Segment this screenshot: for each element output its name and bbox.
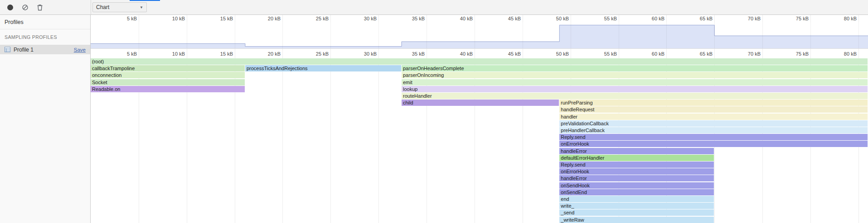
- save-profile-link[interactable]: Save: [74, 47, 86, 52]
- profile-item[interactable]: Profile 1 Save: [0, 45, 90, 54]
- panel-body: Profiles SAMPLING PROFILES Profile 1 Sav…: [0, 15, 868, 223]
- flame-bar-onerrorhook[interactable]: onErrorHook: [559, 141, 868, 147]
- flame-bar-prehandlercallback[interactable]: preHandlerCallback: [559, 127, 868, 133]
- flame-bar-runpreparsing[interactable]: runPreParsing: [559, 100, 868, 106]
- flame-chart-pane: 5 kB10 kB15 kB20 kB25 kB30 kB35 kB40 kB4…: [91, 15, 868, 223]
- gridline: [330, 22, 331, 48]
- gridline: [666, 49, 667, 58]
- gridline: [619, 22, 619, 48]
- flame-bar-onerrorhook[interactable]: onErrorHook: [559, 168, 714, 175]
- ruler-label: 70 kB: [733, 15, 761, 22]
- ruler-label: 20 kB: [253, 49, 281, 58]
- ruler-label: 15 kB: [206, 49, 233, 58]
- flame-bar-onsendend[interactable]: onSendEnd: [559, 189, 714, 195]
- flame-bar-root[interactable]: (root): [91, 58, 868, 65]
- flame-bar-parseronheaderscomplete[interactable]: parserOnHeadersComplete: [402, 65, 868, 71]
- profile-icon: [4, 46, 11, 53]
- ruler-label: 35 kB: [398, 49, 425, 58]
- flame-bar-readable-on[interactable]: Readable.on: [91, 86, 245, 92]
- ruler-label: 50 kB: [542, 49, 569, 58]
- flame-bar-handleerror[interactable]: handleError: [559, 175, 714, 181]
- gridline: [139, 22, 139, 48]
- ruler-label: 25 kB: [301, 49, 329, 58]
- trash-icon: [37, 4, 43, 11]
- gridline: [475, 22, 475, 48]
- ruler-label: 75 kB: [781, 15, 809, 22]
- block-icon: [22, 4, 29, 11]
- gridline: [523, 49, 523, 58]
- gridline: [762, 22, 763, 48]
- gridline: [282, 58, 283, 223]
- record-profile-button[interactable]: [4, 1, 16, 13]
- gridline: [571, 15, 571, 22]
- gridline: [810, 22, 811, 48]
- ruler-label: 25 kB: [301, 15, 329, 22]
- gridline: [858, 49, 859, 58]
- flame-bar-send[interactable]: _send: [559, 209, 714, 216]
- ruler-label: 80 kB: [829, 49, 857, 58]
- gridline: [762, 15, 763, 22]
- flame-bar-write[interactable]: write_: [559, 203, 714, 209]
- ruler-label: 30 kB: [349, 49, 377, 58]
- ruler-label: 60 kB: [637, 15, 664, 22]
- ruler-label: 80 kB: [829, 15, 857, 22]
- ruler-label: 65 kB: [685, 49, 713, 58]
- flame-bar-lookup[interactable]: lookup: [402, 86, 868, 92]
- gridline: [666, 15, 667, 22]
- profiles-sidebar: Profiles SAMPLING PROFILES Profile 1 Sav…: [0, 15, 91, 223]
- gridline: [523, 22, 523, 48]
- ruler-label: 70 kB: [733, 49, 761, 58]
- overview-chart[interactable]: [91, 22, 868, 49]
- flame-bar-socket[interactable]: Socket: [91, 79, 245, 85]
- gridline: [235, 22, 235, 48]
- gridline: [762, 49, 763, 58]
- flame-bar-processticksandrejections[interactable]: processTicksAndRejections: [245, 65, 401, 71]
- flame-bar-prevalidationcallback[interactable]: preValidationCallback: [559, 120, 868, 127]
- record-icon: [7, 5, 13, 10]
- ruler-label: 10 kB: [158, 49, 185, 58]
- ruler-label: 30 kB: [349, 15, 377, 22]
- sampling-profiles-heading: SAMPLING PROFILES: [0, 29, 90, 42]
- gridline: [810, 49, 811, 58]
- view-mode-select[interactable]: Chart ▼: [92, 2, 147, 12]
- gridline: [714, 22, 715, 48]
- flame-bar-handler[interactable]: handler: [559, 114, 868, 120]
- gridline: [571, 49, 571, 58]
- gridline: [330, 15, 331, 22]
- flame-bar-child[interactable]: child: [402, 100, 559, 106]
- flame-bar-callbacktrampoline[interactable]: callbackTrampoline: [91, 65, 245, 71]
- profile-name: Profile 1: [14, 47, 34, 53]
- flame-bar-reply-send[interactable]: Reply.send: [559, 161, 714, 168]
- flame-bar-parseronincoming[interactable]: parserOnIncoming: [402, 72, 868, 78]
- flame-bar-handleerror[interactable]: handleError: [559, 148, 714, 154]
- flame-bar-writeraw[interactable]: _writeRaw: [559, 217, 714, 223]
- gridline: [619, 15, 619, 22]
- flame-bar-end[interactable]: end: [559, 196, 714, 202]
- flame-bar-defaulterrorhandler[interactable]: defaultErrorHandler: [559, 155, 714, 161]
- gridline: [378, 22, 379, 48]
- profiles-toolbar: [0, 0, 91, 14]
- clear-profiles-button[interactable]: [19, 1, 31, 13]
- flame-ruler: 5 kB10 kB15 kB20 kB25 kB30 kB35 kB40 kB4…: [91, 49, 868, 58]
- gridline: [235, 15, 235, 22]
- gridline: [666, 22, 667, 48]
- flame-bar-routehandler[interactable]: routeHandler: [402, 93, 868, 99]
- sidebar-title: Profiles: [0, 15, 90, 29]
- flame-bar-onsendhook[interactable]: onSendHook: [559, 182, 714, 189]
- gridline: [475, 49, 475, 58]
- overview-area-graph: [91, 22, 868, 48]
- gridline: [139, 49, 139, 58]
- active-tab-indicator: [130, 0, 160, 1]
- gridline: [330, 49, 331, 58]
- delete-profile-button[interactable]: [34, 1, 46, 13]
- ruler-label: 15 kB: [206, 15, 233, 22]
- flame-bar-reply-send[interactable]: Reply.send: [559, 134, 868, 140]
- ruler-label: 35 kB: [398, 15, 425, 22]
- overview-ruler: 5 kB10 kB15 kB20 kB25 kB30 kB35 kB40 kB4…: [91, 15, 868, 22]
- flame-bar-emit[interactable]: emit: [402, 79, 868, 85]
- gridline: [427, 22, 427, 48]
- gridline: [330, 58, 331, 223]
- gridline: [139, 15, 139, 22]
- flame-bar-handlerequest[interactable]: handleRequest: [559, 106, 868, 113]
- flame-bar-onconnection[interactable]: onconnection: [91, 72, 245, 78]
